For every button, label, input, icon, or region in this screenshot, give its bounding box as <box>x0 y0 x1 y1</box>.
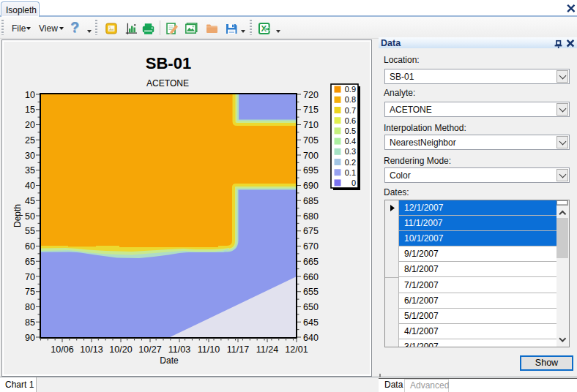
svg-text:675: 675 <box>303 226 319 236</box>
svg-text:700: 700 <box>303 151 319 161</box>
svg-text:15: 15 <box>25 105 35 115</box>
svg-text:Date: Date <box>160 355 179 366</box>
svg-text:0.6: 0.6 <box>345 116 356 125</box>
svg-text:0.2: 0.2 <box>345 158 356 167</box>
svg-text:ACETONE: ACETONE <box>146 78 189 88</box>
svg-text:10: 10 <box>25 90 35 100</box>
svg-text:0: 0 <box>351 178 356 187</box>
svg-text:660: 660 <box>303 272 319 282</box>
svg-text:30: 30 <box>25 151 35 161</box>
svg-text:80: 80 <box>25 302 35 312</box>
svg-text:11/03: 11/03 <box>168 344 190 355</box>
svg-text:60: 60 <box>25 241 35 252</box>
svg-text:685: 685 <box>303 196 319 206</box>
svg-text:640: 640 <box>303 333 319 343</box>
svg-text:75: 75 <box>25 287 35 297</box>
svg-text:11/10: 11/10 <box>198 344 220 355</box>
svg-text:710: 710 <box>303 120 319 130</box>
svg-text:55: 55 <box>25 226 35 236</box>
svg-text:670: 670 <box>303 241 319 252</box>
svg-text:665: 665 <box>303 257 319 267</box>
svg-text:85: 85 <box>25 317 35 328</box>
svg-text:12/01: 12/01 <box>285 344 308 355</box>
svg-text:695: 695 <box>303 165 319 176</box>
svg-text:720: 720 <box>303 90 319 100</box>
svg-text:0.8: 0.8 <box>345 95 356 104</box>
svg-text:90: 90 <box>25 333 35 343</box>
svg-text:65: 65 <box>25 257 35 267</box>
svg-text:0.7: 0.7 <box>345 106 356 115</box>
svg-text:35: 35 <box>25 165 35 176</box>
svg-text:655: 655 <box>303 287 319 297</box>
svg-text:45: 45 <box>25 196 35 206</box>
svg-text:10/27: 10/27 <box>138 344 161 355</box>
svg-text:0.3: 0.3 <box>345 147 356 156</box>
svg-text:0.5: 0.5 <box>345 127 356 135</box>
svg-text:680: 680 <box>303 211 319 222</box>
svg-text:715: 715 <box>303 105 319 115</box>
svg-text:650: 650 <box>303 302 319 312</box>
svg-text:20: 20 <box>25 120 35 130</box>
svg-text:10/20: 10/20 <box>109 344 132 355</box>
svg-text:0.9: 0.9 <box>345 85 356 94</box>
svg-text:705: 705 <box>303 135 319 146</box>
svg-text:SB-01: SB-01 <box>146 54 191 72</box>
svg-text:Depth: Depth <box>12 204 23 227</box>
svg-text:70: 70 <box>25 272 35 282</box>
svg-text:645: 645 <box>303 317 319 328</box>
svg-text:11/24: 11/24 <box>256 344 278 355</box>
svg-text:40: 40 <box>25 181 35 191</box>
svg-text:25: 25 <box>25 135 35 146</box>
svg-text:0.4: 0.4 <box>345 137 356 146</box>
svg-text:10/06: 10/06 <box>51 344 73 355</box>
svg-text:10/13: 10/13 <box>80 344 103 355</box>
svg-text:0.1: 0.1 <box>345 168 356 177</box>
svg-text:11/17: 11/17 <box>227 344 249 355</box>
svg-text:690: 690 <box>303 181 319 191</box>
svg-text:50: 50 <box>25 211 35 222</box>
